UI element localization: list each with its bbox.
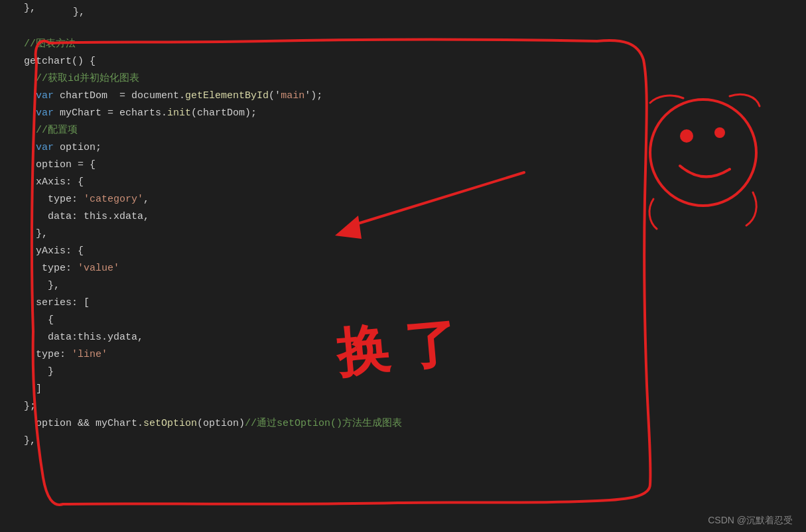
code-line: var option; [0, 139, 806, 157]
code-line: xAxis: { [0, 174, 806, 191]
code-line: ] [0, 381, 806, 398]
code-line: }, [0, 0, 806, 17]
code-line: getchart() { [0, 53, 806, 70]
code-line: { [0, 312, 806, 329]
code-line [0, 19, 806, 36]
code-line: type: 'value' [0, 260, 806, 277]
code-line: option && myChart.setOption(option)//通过s… [0, 415, 806, 432]
code-line: type: 'category', [0, 191, 806, 208]
code-line: series: [ [0, 295, 806, 312]
code-line: yAxis: { [0, 243, 806, 260]
code-line: }; [0, 398, 806, 415]
code-line: option = { [0, 157, 806, 174]
code-line: data: this.xdata, [0, 208, 806, 226]
code-line: } [0, 364, 806, 381]
code-lines: }, //图表方法 getchart() { //获取id并初始化图表 var … [0, 0, 806, 450]
watermark: CSDN @沉默着忍受 [708, 515, 793, 527]
code-editor: }, //图表方法 getchart() { //获取id并初始化图表 var … [0, 0, 806, 532]
code-line: //获取id并初始化图表 [0, 70, 806, 88]
code-line: //图表方法 [0, 36, 806, 53]
code-line: type: 'line' [0, 346, 806, 364]
code-line: var chartDom = document.getElementById('… [0, 88, 806, 105]
code-line: var myChart = echarts.init(chartDom); [0, 105, 806, 122]
code-line: //配置项 [0, 122, 806, 139]
code-line: }, [0, 432, 806, 450]
code-line: data:this.ydata, [0, 329, 806, 346]
code-line: }, [0, 226, 806, 243]
code-line: }, [0, 277, 806, 295]
